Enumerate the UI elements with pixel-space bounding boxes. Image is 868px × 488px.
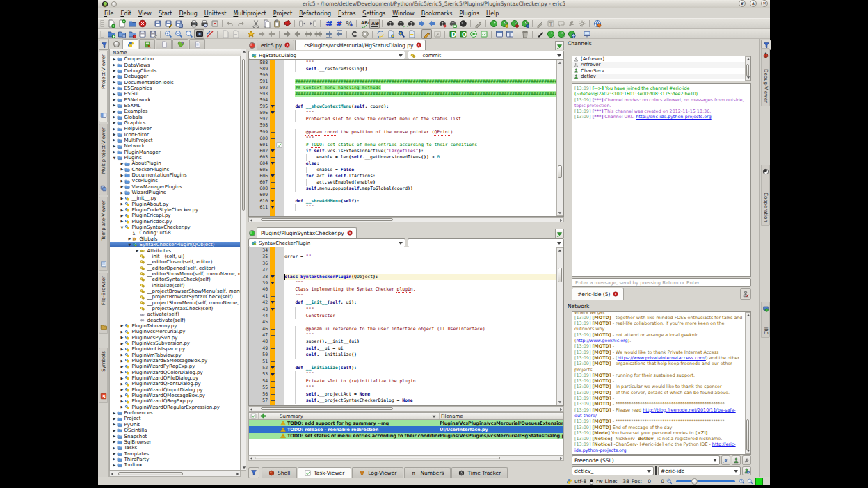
- project-close-button[interactable]: [127, 29, 137, 39]
- code-line[interactable]: if self.vcs.isExtensionActive("largefile…: [284, 148, 556, 154]
- tree-item[interactable]: ▶Templates: [110, 450, 240, 456]
- sidebar-tab-template-viewer[interactable]: Template-Viewer: [99, 197, 108, 271]
- irc-user[interactable]: [Arfrever]: [572, 56, 750, 62]
- save-as-button[interactable]: [163, 19, 173, 29]
- bookmark-star-button[interactable]: [246, 29, 256, 39]
- code-line[interactable]: """: [284, 204, 556, 211]
- tree-item[interactable]: ▶Project: [110, 416, 240, 421]
- code-line[interactable]: ## Context menu handling methods: [284, 85, 556, 91]
- task-table-header[interactable]: SummaryFilename: [248, 412, 564, 420]
- code-line[interactable]: [284, 72, 556, 79]
- menu-extras[interactable]: Extras: [335, 10, 359, 17]
- tree-vertical-scrollbar[interactable]: [241, 49, 246, 471]
- code-text[interactable]: """ self.__restoreMissing() ############…: [284, 60, 556, 216]
- code-line[interactable]: enable = False: [284, 167, 556, 173]
- tree-item[interactable]: __projectBrowserSyntaxCheck(self): [110, 294, 240, 300]
- task-row[interactable]: TODO: release - reenable redirectionUI/U…: [249, 426, 563, 432]
- code-line[interactable]: Protected slot to show the context menu …: [284, 116, 556, 122]
- code-line[interactable]: Private slot to (re)initialize the plugi…: [284, 378, 556, 384]
- code-line[interactable]: [284, 319, 556, 325]
- tree-item[interactable]: λCoding: utf-8: [110, 230, 240, 236]
- network-messages[interactable]: where we get[13:09] [MOTD] - together wi…: [572, 311, 751, 455]
- code-line[interactable]: def __init__(self, ui):: [284, 300, 556, 306]
- code-line[interactable]: """: [284, 332, 556, 339]
- monitor-button[interactable]: [581, 29, 592, 39]
- zoom-slider-handle[interactable]: [691, 478, 698, 485]
- unindent-button[interactable]: [297, 19, 307, 29]
- tree-item[interactable]: ▶PluginWizardE5MessageBox.py: [110, 358, 240, 364]
- tree-item[interactable]: ▶Graphics: [110, 120, 240, 126]
- tree-horizontal-scrollbar[interactable]: [109, 471, 241, 477]
- save-button[interactable]: [152, 19, 163, 29]
- sidebar-tab-file-browser[interactable]: File-Browser: [99, 273, 108, 334]
- code-line[interactable]: """: [284, 280, 556, 286]
- nick-combo[interactable]: detlev_: [572, 466, 654, 475]
- summary-column-header[interactable]: Summary: [268, 413, 440, 419]
- settings-gray-button[interactable]: [577, 19, 587, 29]
- indent-button[interactable]: [307, 19, 318, 29]
- tree-item[interactable]: __editorClosed(self, editor): [110, 259, 240, 265]
- print-preview-button[interactable]: [199, 19, 209, 29]
- tree-item[interactable]: ▶WizardPlugins: [110, 190, 240, 195]
- new-button[interactable]: [116, 19, 127, 29]
- browser-tab-interfaces[interactable]: [189, 39, 205, 49]
- tree-item[interactable]: ▶Snapshot: [110, 433, 240, 439]
- tree-item[interactable]: ▶PluginVcsSubversion.py: [110, 341, 240, 346]
- zoom-out-icon[interactable]: [666, 478, 673, 485]
- filename-column-header[interactable]: Filename: [440, 413, 563, 419]
- sidebar-tab-irc[interactable]: IRC: [761, 302, 770, 338]
- tree-item[interactable]: activate(self): [110, 311, 240, 317]
- py-restart-button[interactable]: [375, 29, 385, 39]
- zoom-reset-icon[interactable]: [747, 478, 753, 485]
- tree-item[interactable]: ▶PluginWizardQColorDialog.py: [110, 370, 240, 375]
- tree-item[interactable]: ▶PluginTabnanny.py: [110, 323, 240, 329]
- tree-item[interactable]: ▶PluginVcsPySvn.py: [110, 335, 240, 341]
- code-line[interactable]: def __showAddMenu(self):: [284, 198, 556, 204]
- tree-item[interactable]: __projectBrowserShowMenu(self, menuName,…: [110, 288, 240, 294]
- code-line[interactable]: Class implementing the Syntax Checker pl…: [284, 286, 556, 293]
- tree-item[interactable]: ▶ViewManagerPlugins: [110, 184, 240, 190]
- tree-item[interactable]: __projectSyntaxCheck(self): [110, 306, 240, 311]
- tree-item[interactable]: ▶E5XML: [110, 103, 240, 108]
- code-view[interactable]: 5885895905915925935945955965975985996006…: [248, 59, 564, 217]
- edit-gray-button[interactable]: [432, 29, 442, 39]
- code-line[interactable]: """: [284, 293, 556, 300]
- project-saveas-button[interactable]: [147, 29, 158, 39]
- zoom-reset-button[interactable]: [184, 29, 194, 39]
- helpviewer-button[interactable]: [592, 19, 602, 29]
- tree-item[interactable]: ▶E5Graphics: [110, 86, 240, 91]
- tree-item[interactable]: ▶PluginWizardQFileDialog.py: [110, 375, 240, 381]
- menu-project[interactable]: Project: [270, 10, 296, 17]
- nav-fwd-button[interactable]: [282, 29, 292, 39]
- tree-item[interactable]: __editorOpened(self, editor): [110, 265, 240, 270]
- tree-item[interactable]: ▶PluginCodeStyleChecker.py: [110, 207, 240, 213]
- editor-horizontal-scrollbar[interactable]: [248, 217, 564, 222]
- tab-list-button[interactable]: [555, 41, 564, 51]
- network-scrollbar[interactable]: [745, 312, 750, 454]
- goto-prev-button[interactable]: [426, 19, 437, 29]
- editor-splitter[interactable]: [246, 222, 565, 227]
- tree-item[interactable]: ▶PluginVmTabview.py: [110, 352, 240, 358]
- code-line[interactable]: """: [284, 110, 556, 116]
- tree-item[interactable]: ▶Toolbox: [110, 462, 240, 468]
- project-open-button[interactable]: [116, 29, 127, 39]
- new-window-button[interactable]: [106, 19, 116, 29]
- tree-item[interactable]: ▶ThirdParty: [110, 457, 240, 462]
- bookmark-next-button[interactable]: [256, 29, 266, 39]
- window-blue2-button[interactable]: [504, 29, 515, 39]
- preview-trans-button[interactable]: [556, 19, 566, 29]
- tools-button[interactable]: [566, 19, 577, 29]
- tree-item[interactable]: ▶Network: [110, 143, 240, 149]
- tree-item[interactable]: ▶VcsPlugins: [110, 178, 240, 184]
- tree-item[interactable]: ▶Preferences: [110, 410, 240, 416]
- code-line[interactable]: else:: [284, 161, 556, 167]
- editor-vertical-scrollbar[interactable]: [556, 247, 563, 405]
- whatsthis-button[interactable]: [204, 29, 215, 39]
- tree-item[interactable]: __init__(self, ui): [110, 254, 240, 259]
- irc-message-input[interactable]: Enter a message, send by pressing Return…: [572, 278, 751, 287]
- tree-item[interactable]: ▼Plugins: [110, 155, 240, 161]
- code-line[interactable]: self.menu.popup(self.mapToGlobal(coord)): [284, 186, 556, 192]
- code-line[interactable]: [284, 247, 556, 254]
- spellcheck-button[interactable]: ABC: [359, 19, 369, 29]
- code-line[interactable]: """: [284, 136, 556, 142]
